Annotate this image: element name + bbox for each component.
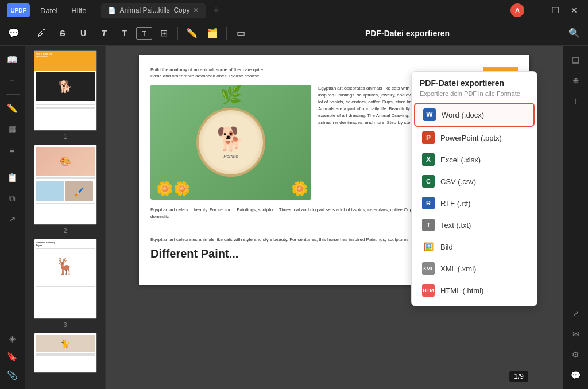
export-panel-title: PDF-Datei exportieren bbox=[412, 79, 537, 90]
toolbar-separator bbox=[28, 27, 28, 40]
toolbar-separator2 bbox=[177, 27, 178, 40]
left-separator2 bbox=[6, 164, 20, 164]
list-icon[interactable]: ≡ bbox=[3, 141, 22, 159]
content-area[interactable]: Build the anatomy of an animal. some of … bbox=[106, 46, 563, 389]
thumbnail-panel: How to Draw OurFavorite Pets 🐕 1 🎨 🖌️ bbox=[25, 46, 106, 389]
titlebar: UPDF Datei Hilfe 📄 Animal Pai...kills_Co… bbox=[0, 0, 588, 21]
tab-document[interactable]: 📄 Animal Pai...kills_Copy ✕ bbox=[101, 3, 206, 18]
thumbnail-img-1: How to Draw OurFavorite Pets 🐕 bbox=[34, 50, 97, 131]
export-rtf-item[interactable]: R RTF (.rtf) bbox=[414, 192, 535, 214]
maximize-button[interactable]: ❐ bbox=[548, 6, 563, 15]
left-sidebar: 📖 − ✏️ ▦ ≡ 📋 ⧉ ↗ ◈ 🔖 📎 bbox=[0, 46, 25, 389]
bookmark-icon[interactable]: 🔖 bbox=[3, 348, 22, 366]
annotate-sidebar-icon[interactable]: ✏️ bbox=[3, 99, 22, 118]
page-num-1: 1 bbox=[63, 133, 67, 140]
thumbnail-img-2: 🎨 🖌️ bbox=[34, 145, 97, 225]
text-icon[interactable]: T bbox=[95, 24, 113, 42]
zoom-icon[interactable]: − bbox=[3, 71, 22, 90]
ppt-label: PowerPoint (.pptx) bbox=[440, 134, 502, 142]
search-button[interactable]: 🔍 bbox=[565, 24, 583, 42]
layout-icon[interactable]: ▦ bbox=[3, 120, 22, 138]
annotate-icon[interactable]: 🖊 bbox=[33, 24, 51, 42]
image-label: Bild bbox=[440, 243, 453, 251]
export-panel-subtitle: Exportiere dein PDF in alle Formate bbox=[412, 90, 537, 103]
csv-label: CSV (.csv) bbox=[440, 177, 476, 186]
excel-label: Excel (.xlsx) bbox=[440, 155, 481, 164]
text2-icon[interactable]: T bbox=[115, 24, 134, 42]
add-page-icon[interactable]: ⊕ bbox=[567, 71, 585, 90]
left-sidebar-bottom: ◈ 🔖 📎 bbox=[3, 329, 22, 384]
attachment-icon[interactable]: 📎 bbox=[3, 366, 22, 384]
export-html-item[interactable]: HTM HTML (.html) bbox=[414, 279, 535, 301]
draw-icon[interactable]: ✏️ bbox=[183, 24, 201, 42]
tab-close-button[interactable]: ✕ bbox=[193, 6, 199, 14]
thumb-page3-content: Different PaintingStyles 🦌 bbox=[34, 239, 96, 318]
image-icon: 🖼️ bbox=[422, 240, 435, 253]
plugin-icon[interactable]: ⚙ bbox=[567, 345, 585, 364]
tab-icon: 📄 bbox=[108, 7, 116, 14]
view-icon[interactable]: 📖 bbox=[3, 50, 22, 69]
strikethrough-icon[interactable]: S bbox=[53, 24, 72, 42]
stamp-icon[interactable]: 🗂️ bbox=[203, 24, 222, 42]
thumbnail-page-2[interactable]: 🎨 🖌️ 2 bbox=[30, 145, 100, 234]
grid-icon[interactable]: ⊞ bbox=[154, 24, 173, 42]
toolbar-separator3 bbox=[226, 27, 227, 40]
export-excel-item[interactable]: X Excel (.xlsx) bbox=[414, 149, 535, 170]
window-controls: A — ❐ ✕ bbox=[510, 3, 581, 17]
html-icon: HTM bbox=[422, 284, 435, 297]
layers-icon[interactable]: ◈ bbox=[3, 329, 22, 348]
yellow-flowers2: 🌼 bbox=[291, 181, 308, 197]
tab-area: 📄 Animal Pai...kills_Copy ✕ + bbox=[101, 3, 506, 18]
csv-icon: C bbox=[422, 175, 435, 188]
export-word-item[interactable]: W Word (.docx) bbox=[414, 103, 535, 127]
minimize-button[interactable]: — bbox=[529, 6, 544, 15]
left-separator bbox=[6, 94, 20, 95]
page-num-2: 2 bbox=[63, 227, 67, 234]
page-layout-icon[interactable]: ▤ bbox=[567, 50, 585, 69]
export-ppt-item[interactable]: P PowerPoint (.pptx) bbox=[414, 127, 535, 149]
underline-icon[interactable]: U bbox=[74, 24, 92, 42]
menu-hilfe[interactable]: Hilfe bbox=[65, 4, 92, 17]
rtf-icon: R bbox=[422, 197, 435, 209]
share-icon[interactable]: ↗ bbox=[567, 304, 585, 322]
tab-add-button[interactable]: + bbox=[209, 3, 223, 17]
pages-icon[interactable]: 📋 bbox=[3, 169, 22, 187]
menu-datei[interactable]: Datei bbox=[34, 4, 63, 17]
export-image-item[interactable]: 🖼️ Bild bbox=[414, 236, 535, 258]
shapes-icon[interactable]: ▭ bbox=[231, 24, 250, 42]
thumbnail-page-1[interactable]: How to Draw OurFavorite Pets 🐕 1 bbox=[30, 50, 100, 140]
xml-label: XML (.xml) bbox=[440, 264, 476, 273]
text-label: Text (.txt) bbox=[440, 221, 471, 229]
email-icon[interactable]: ✉ bbox=[567, 325, 585, 343]
yellow-flowers: 🌼🌼 bbox=[156, 181, 191, 197]
dog-embroidery: 🐕 Porfirio bbox=[196, 108, 265, 177]
dog-face-emoji: 🐕 Porfirio bbox=[216, 126, 245, 159]
page-indicator: 1/9 bbox=[509, 371, 528, 382]
export-sidebar-icon[interactable]: ↗ bbox=[3, 210, 22, 228]
chat-icon[interactable]: 💬 bbox=[567, 366, 585, 384]
close-button[interactable]: ✕ bbox=[567, 6, 581, 15]
page-num-3: 3 bbox=[63, 321, 67, 328]
text3-icon[interactable]: T bbox=[136, 27, 152, 40]
copy-icon[interactable]: ⧉ bbox=[3, 189, 22, 208]
pdf-embroidery-image: 🌿 🐕 Porfirio 🌼🌼 🌼 bbox=[150, 85, 311, 200]
text-file-icon: T bbox=[422, 219, 435, 231]
comment-icon[interactable]: 💬 bbox=[5, 24, 23, 42]
export-dropdown: PDF-Datei exportieren Exportiere dein PD… bbox=[411, 71, 537, 306]
pdf-hero-inner: 🌿 🐕 Porfirio 🌼🌼 🌼 bbox=[150, 85, 311, 200]
export-csv-item[interactable]: C CSV (.csv) bbox=[414, 170, 535, 192]
excel-icon: X bbox=[422, 153, 435, 166]
export-xml-item[interactable]: XML XML (.xml) bbox=[414, 258, 535, 279]
word-label: Word (.docx) bbox=[442, 111, 484, 119]
rtf-label: RTF (.rtf) bbox=[440, 199, 470, 208]
thumbnail-page-3[interactable]: Different PaintingStyles 🦌 3 bbox=[30, 239, 100, 328]
thumbnail-img-3: Different PaintingStyles 🦌 bbox=[34, 239, 97, 319]
html-label: HTML (.html) bbox=[440, 286, 483, 295]
tab-title: Animal Pai...kills_Copy bbox=[119, 6, 189, 14]
ppt-icon: P bbox=[422, 131, 435, 144]
thumbnail-page-4[interactable]: 🐈 bbox=[30, 333, 100, 373]
user-avatar[interactable]: A bbox=[510, 3, 524, 17]
extract-icon[interactable]: ↑ bbox=[567, 92, 585, 110]
export-text-item[interactable]: T Text (.txt) bbox=[414, 214, 535, 236]
flowers-decoration: 🌿 bbox=[220, 85, 242, 105]
